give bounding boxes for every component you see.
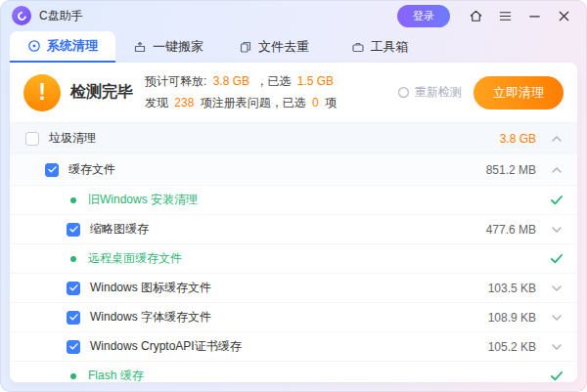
item-checkbox[interactable] (67, 282, 80, 295)
tab-label: 文件去重 (258, 38, 309, 56)
tab-one-key-move[interactable]: 一键搬家 (115, 31, 221, 63)
app-title: C盘助手 (39, 8, 83, 24)
toolbox-icon (351, 40, 365, 54)
documents-icon (239, 40, 252, 54)
subgroup-checkbox[interactable] (45, 163, 59, 177)
item-label: 远程桌面缓存文件 (88, 250, 182, 267)
summary-text: 项注册表问题，已选 (201, 96, 306, 109)
close-icon[interactable] (552, 5, 575, 26)
registry-issue-count: 238 (174, 96, 194, 109)
home-icon[interactable] (464, 5, 487, 26)
item-label: Windows 图标缓存文件 (90, 280, 211, 296)
app-logo-icon (12, 6, 31, 25)
clean-now-button[interactable]: 立即清理 (474, 76, 564, 109)
item-label: Windows CryptoAPI证书缓存 (90, 338, 242, 355)
selected-size: 1.5 GB (297, 74, 334, 88)
list-item[interactable]: 旧Windows 安装清理 (10, 186, 577, 215)
summary-text: 预计可释放: (145, 74, 206, 88)
registry-selected-count: 0 (312, 96, 319, 109)
list-item[interactable]: Windows 图标缓存文件103.5 KB (10, 274, 577, 303)
cleanup-items: 旧Windows 安装清理缩略图缓存477.6 MB远程桌面缓存文件Window… (10, 186, 577, 382)
subgroup-row-cache-files[interactable]: 缓存文件 851.2 MB (10, 154, 577, 186)
disk-icon (27, 39, 41, 53)
tab-system-clean[interactable]: 系统清理 (10, 31, 115, 63)
tab-label: 一键搬家 (153, 38, 203, 56)
warning-icon: ! (23, 74, 61, 111)
tab-label: 工具箱 (371, 38, 409, 56)
summary-text: 项 (325, 96, 337, 109)
recheck-button[interactable]: 重新检测 (397, 84, 462, 101)
releasable-size: 3.8 GB (213, 74, 249, 88)
login-button[interactable]: 登录 (397, 5, 450, 27)
titlebar: C盘助手 登录 (0, 0, 587, 31)
list-item[interactable]: Windows 字体缓存文件108.9 KB (10, 303, 577, 332)
item-label: Flash 缓存 (88, 368, 144, 382)
group-label: 垃圾清理 (49, 130, 96, 147)
scan-summary: ! 检测完毕 预计可释放: 3.8 GB ，已选 1.5 GB 发现 238 项… (10, 63, 577, 123)
move-box-icon (133, 40, 147, 54)
group-size: 3.8 GB (500, 132, 536, 146)
check-icon (550, 196, 564, 205)
recheck-icon (397, 86, 410, 99)
chevron-up-icon[interactable] (550, 136, 564, 142)
green-dot-icon (70, 373, 76, 379)
tab-file-dedupe[interactable]: 文件去重 (221, 31, 327, 63)
list-item[interactable]: 缩略图缓存477.6 MB (10, 215, 577, 244)
chevron-down-icon[interactable] (550, 315, 564, 321)
group-checkbox[interactable] (25, 132, 39, 146)
check-icon (550, 254, 564, 264)
subgroup-label: 缓存文件 (68, 161, 115, 178)
content-panel: ! 检测完毕 预计可释放: 3.8 GB ，已选 1.5 GB 发现 238 项… (10, 63, 577, 382)
list-item[interactable]: Flash 缓存 (10, 362, 577, 382)
item-size: 103.5 KB (488, 282, 536, 295)
chevron-down-icon[interactable] (550, 344, 564, 350)
item-label: 缩略图缓存 (90, 221, 149, 238)
summary-line-2: 发现 238 项注册表问题，已选 0 项 (145, 95, 339, 111)
summary-lines: 预计可释放: 3.8 GB ，已选 1.5 GB 发现 238 项注册表问题，已… (145, 73, 339, 111)
app-window: C盘助手 登录 系统清理 一键搬家 (0, 0, 587, 392)
group-row-junk-clean[interactable]: 垃圾清理 3.8 GB (10, 123, 577, 154)
item-label: Windows 字体缓存文件 (90, 309, 211, 326)
item-size: 477.6 MB (486, 223, 536, 237)
recheck-label: 重新检测 (415, 84, 462, 101)
scan-status: 检测完毕 (70, 82, 133, 103)
item-checkbox[interactable] (67, 311, 80, 325)
list-item[interactable]: Windows CryptoAPI证书缓存105.2 KB (10, 332, 577, 362)
item-checkbox[interactable] (67, 340, 80, 354)
subgroup-size: 851.2 MB (486, 163, 536, 177)
item-checkbox[interactable] (67, 223, 80, 237)
summary-text: 发现 (145, 96, 168, 109)
summary-text: ，已选 (255, 74, 291, 88)
summary-line-1: 预计可释放: 3.8 GB ，已选 1.5 GB (145, 73, 339, 90)
minimize-icon[interactable] (522, 5, 546, 26)
cleanup-list: 垃圾清理 3.8 GB 缓存文件 851.2 MB 旧Windows 安装清理缩… (10, 123, 577, 382)
chevron-up-icon[interactable] (550, 167, 564, 173)
item-label: 旧Windows 安装清理 (88, 192, 198, 208)
list-item[interactable]: 远程桌面缓存文件 (10, 244, 577, 274)
chevron-down-icon[interactable] (550, 285, 564, 291)
check-icon (550, 371, 564, 381)
item-size: 108.9 KB (488, 311, 536, 325)
tab-toolbox[interactable]: 工具箱 (327, 31, 432, 63)
menu-icon[interactable] (493, 5, 517, 26)
tab-bar: 系统清理 一键搬家 文件去重 工具箱 (0, 31, 587, 63)
green-dot-icon (70, 256, 76, 262)
tab-label: 系统清理 (47, 37, 98, 55)
chevron-down-icon[interactable] (550, 227, 564, 233)
green-dot-icon (70, 197, 76, 203)
item-size: 105.2 KB (488, 340, 536, 354)
